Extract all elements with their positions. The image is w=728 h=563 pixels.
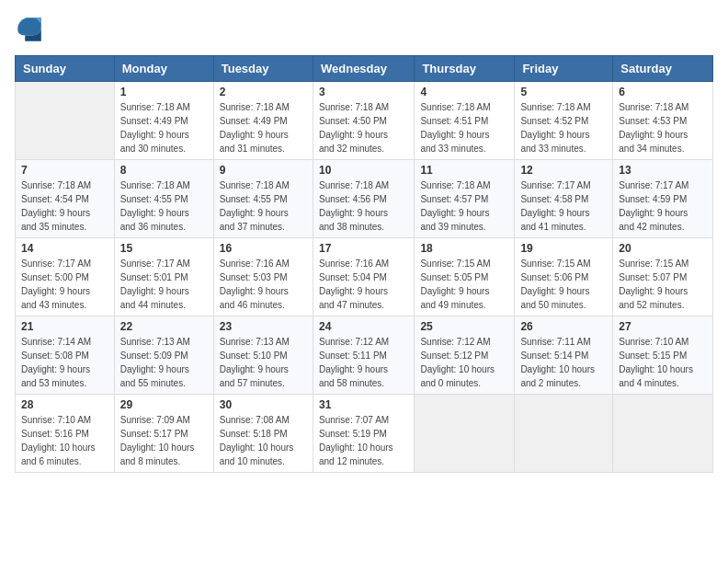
day-info: Sunrise: 7:13 AM Sunset: 5:10 PM Dayligh… xyxy=(220,335,307,390)
calendar-cell: 21Sunrise: 7:14 AM Sunset: 5:08 PM Dayli… xyxy=(16,316,115,395)
weekday-tuesday: Tuesday xyxy=(213,56,313,82)
day-info: Sunrise: 7:15 AM Sunset: 5:07 PM Dayligh… xyxy=(619,257,707,312)
calendar: SundayMondayTuesdayWednesdayThursdayFrid… xyxy=(15,55,713,473)
day-info: Sunrise: 7:17 AM Sunset: 4:58 PM Dayligh… xyxy=(520,178,607,234)
day-info: Sunrise: 7:18 AM Sunset: 4:57 PM Dayligh… xyxy=(420,178,508,234)
weekday-saturday: Saturday xyxy=(613,56,713,82)
weekday-wednesday: Wednesday xyxy=(313,56,414,82)
day-number: 13 xyxy=(619,164,707,177)
day-number: 11 xyxy=(420,164,508,177)
calendar-cell: 10Sunrise: 7:18 AM Sunset: 4:56 PM Dayli… xyxy=(313,160,414,238)
day-info: Sunrise: 7:18 AM Sunset: 4:53 PM Dayligh… xyxy=(619,100,707,155)
day-number: 6 xyxy=(619,86,707,98)
day-info: Sunrise: 7:12 AM Sunset: 5:11 PM Dayligh… xyxy=(319,335,408,390)
day-number: 22 xyxy=(120,320,208,333)
calendar-cell: 31Sunrise: 7:07 AM Sunset: 5:19 PM Dayli… xyxy=(313,395,414,473)
day-info: Sunrise: 7:17 AM Sunset: 5:01 PM Dayligh… xyxy=(120,257,208,312)
day-info: Sunrise: 7:17 AM Sunset: 4:59 PM Dayligh… xyxy=(619,178,707,234)
day-info: Sunrise: 7:09 AM Sunset: 5:17 PM Dayligh… xyxy=(120,413,208,468)
calendar-cell xyxy=(613,395,713,473)
day-number: 4 xyxy=(420,86,508,98)
day-number: 1 xyxy=(120,86,208,98)
day-number: 26 xyxy=(520,320,607,333)
day-number: 12 xyxy=(520,164,607,177)
calendar-cell: 12Sunrise: 7:17 AM Sunset: 4:58 PM Dayli… xyxy=(515,160,613,238)
day-info: Sunrise: 7:18 AM Sunset: 4:54 PM Dayligh… xyxy=(21,178,108,234)
calendar-cell: 25Sunrise: 7:12 AM Sunset: 5:12 PM Dayli… xyxy=(415,316,515,395)
calendar-cell: 6Sunrise: 7:18 AM Sunset: 4:53 PM Daylig… xyxy=(613,82,713,160)
calendar-cell xyxy=(16,82,115,160)
day-number: 19 xyxy=(520,242,607,255)
week-row-1: 1Sunrise: 7:18 AM Sunset: 4:49 PM Daylig… xyxy=(16,82,713,160)
calendar-cell: 17Sunrise: 7:16 AM Sunset: 5:04 PM Dayli… xyxy=(313,238,414,316)
calendar-cell: 1Sunrise: 7:18 AM Sunset: 4:49 PM Daylig… xyxy=(114,82,213,160)
calendar-cell: 29Sunrise: 7:09 AM Sunset: 5:17 PM Dayli… xyxy=(114,395,213,473)
day-number: 7 xyxy=(21,164,108,177)
calendar-cell: 22Sunrise: 7:13 AM Sunset: 5:09 PM Dayli… xyxy=(114,316,213,395)
calendar-cell: 18Sunrise: 7:15 AM Sunset: 5:05 PM Dayli… xyxy=(415,238,515,316)
calendar-cell: 5Sunrise: 7:18 AM Sunset: 4:52 PM Daylig… xyxy=(515,82,613,160)
day-number: 27 xyxy=(619,320,707,333)
day-info: Sunrise: 7:14 AM Sunset: 5:08 PM Dayligh… xyxy=(21,335,108,390)
day-info: Sunrise: 7:18 AM Sunset: 4:52 PM Dayligh… xyxy=(520,100,607,155)
day-number: 5 xyxy=(520,86,607,98)
weekday-header-row: SundayMondayTuesdayWednesdayThursdayFrid… xyxy=(16,56,713,82)
day-number: 31 xyxy=(319,398,408,411)
day-info: Sunrise: 7:10 AM Sunset: 5:15 PM Dayligh… xyxy=(619,335,707,390)
day-number: 20 xyxy=(619,242,707,255)
day-number: 8 xyxy=(120,164,208,177)
calendar-cell: 28Sunrise: 7:10 AM Sunset: 5:16 PM Dayli… xyxy=(16,395,115,473)
calendar-cell: 9Sunrise: 7:18 AM Sunset: 4:55 PM Daylig… xyxy=(213,160,313,238)
week-row-2: 7Sunrise: 7:18 AM Sunset: 4:54 PM Daylig… xyxy=(16,160,713,238)
day-info: Sunrise: 7:16 AM Sunset: 5:04 PM Dayligh… xyxy=(319,257,408,312)
week-row-5: 28Sunrise: 7:10 AM Sunset: 5:16 PM Dayli… xyxy=(16,395,713,473)
calendar-cell: 24Sunrise: 7:12 AM Sunset: 5:11 PM Dayli… xyxy=(313,316,414,395)
day-number: 18 xyxy=(420,242,508,255)
day-number: 21 xyxy=(21,320,108,333)
calendar-cell: 20Sunrise: 7:15 AM Sunset: 5:07 PM Dayli… xyxy=(613,238,713,316)
calendar-cell: 8Sunrise: 7:18 AM Sunset: 4:55 PM Daylig… xyxy=(114,160,213,238)
week-row-3: 14Sunrise: 7:17 AM Sunset: 5:00 PM Dayli… xyxy=(16,238,713,316)
day-info: Sunrise: 7:08 AM Sunset: 5:18 PM Dayligh… xyxy=(220,413,307,468)
day-number: 24 xyxy=(319,320,408,333)
calendar-cell: 26Sunrise: 7:11 AM Sunset: 5:14 PM Dayli… xyxy=(515,316,613,395)
calendar-cell: 19Sunrise: 7:15 AM Sunset: 5:06 PM Dayli… xyxy=(515,238,613,316)
logo-icon xyxy=(15,15,44,44)
calendar-cell: 30Sunrise: 7:08 AM Sunset: 5:18 PM Dayli… xyxy=(213,395,313,473)
day-number: 9 xyxy=(220,164,307,177)
day-info: Sunrise: 7:18 AM Sunset: 4:56 PM Dayligh… xyxy=(319,178,408,234)
weekday-friday: Friday xyxy=(515,56,613,82)
day-number: 28 xyxy=(21,398,108,411)
day-info: Sunrise: 7:18 AM Sunset: 4:55 PM Dayligh… xyxy=(120,178,208,234)
calendar-cell: 11Sunrise: 7:18 AM Sunset: 4:57 PM Dayli… xyxy=(415,160,515,238)
calendar-cell: 13Sunrise: 7:17 AM Sunset: 4:59 PM Dayli… xyxy=(613,160,713,238)
day-info: Sunrise: 7:15 AM Sunset: 5:06 PM Dayligh… xyxy=(520,257,607,312)
day-number: 25 xyxy=(420,320,508,333)
calendar-cell: 27Sunrise: 7:10 AM Sunset: 5:15 PM Dayli… xyxy=(613,316,713,395)
day-number: 3 xyxy=(319,86,408,98)
calendar-cell: 14Sunrise: 7:17 AM Sunset: 5:00 PM Dayli… xyxy=(16,238,115,316)
day-info: Sunrise: 7:07 AM Sunset: 5:19 PM Dayligh… xyxy=(319,413,408,468)
calendar-cell: 16Sunrise: 7:16 AM Sunset: 5:03 PM Dayli… xyxy=(213,238,313,316)
day-info: Sunrise: 7:11 AM Sunset: 5:14 PM Dayligh… xyxy=(520,335,607,390)
week-row-4: 21Sunrise: 7:14 AM Sunset: 5:08 PM Dayli… xyxy=(16,316,713,395)
day-number: 15 xyxy=(120,242,208,255)
day-info: Sunrise: 7:15 AM Sunset: 5:05 PM Dayligh… xyxy=(420,257,508,312)
day-info: Sunrise: 7:12 AM Sunset: 5:12 PM Dayligh… xyxy=(420,335,508,390)
calendar-cell: 15Sunrise: 7:17 AM Sunset: 5:01 PM Dayli… xyxy=(114,238,213,316)
calendar-body: 1Sunrise: 7:18 AM Sunset: 4:49 PM Daylig… xyxy=(16,82,713,473)
calendar-cell xyxy=(415,395,515,473)
calendar-cell xyxy=(515,395,613,473)
day-number: 14 xyxy=(21,242,108,255)
day-info: Sunrise: 7:13 AM Sunset: 5:09 PM Dayligh… xyxy=(120,335,208,390)
page-header xyxy=(15,15,713,44)
day-number: 10 xyxy=(319,164,408,177)
weekday-thursday: Thursday xyxy=(415,56,515,82)
day-info: Sunrise: 7:18 AM Sunset: 4:50 PM Dayligh… xyxy=(319,100,408,155)
weekday-sunday: Sunday xyxy=(16,56,115,82)
calendar-cell: 23Sunrise: 7:13 AM Sunset: 5:10 PM Dayli… xyxy=(213,316,313,395)
calendar-cell: 2Sunrise: 7:18 AM Sunset: 4:49 PM Daylig… xyxy=(213,82,313,160)
day-number: 29 xyxy=(120,398,208,411)
day-info: Sunrise: 7:18 AM Sunset: 4:49 PM Dayligh… xyxy=(220,100,307,155)
day-info: Sunrise: 7:17 AM Sunset: 5:00 PM Dayligh… xyxy=(21,257,108,312)
